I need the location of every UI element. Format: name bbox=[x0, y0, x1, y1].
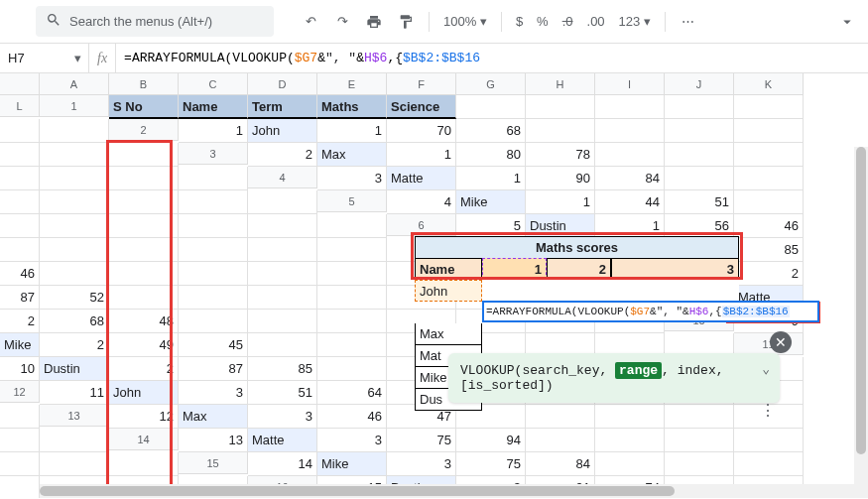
empty-cell[interactable] bbox=[40, 429, 109, 452]
empty-cell[interactable] bbox=[40, 143, 109, 167]
empty-cell[interactable] bbox=[0, 143, 40, 167]
cell-sno[interactable]: 11 bbox=[40, 381, 109, 405]
empty-cell[interactable] bbox=[734, 95, 804, 119]
cell-name[interactable]: Mike bbox=[317, 452, 387, 476]
empty-cell[interactable] bbox=[734, 119, 804, 143]
paint-format-button[interactable] bbox=[393, 9, 419, 35]
cell-maths[interactable]: 80 bbox=[456, 143, 526, 167]
empty-cell[interactable] bbox=[665, 167, 734, 190]
row-header-1[interactable]: 1 bbox=[40, 95, 109, 117]
empty-cell[interactable] bbox=[0, 476, 40, 498]
empty-cell[interactable] bbox=[248, 310, 317, 333]
column-header-K[interactable]: K bbox=[734, 73, 804, 95]
cell-maths[interactable]: 87 bbox=[0, 286, 40, 310]
column-header-J[interactable]: J bbox=[665, 73, 734, 95]
row-header-6[interactable]: 6 bbox=[387, 214, 456, 236]
empty-cell[interactable] bbox=[456, 95, 526, 119]
empty-cell[interactable] bbox=[526, 95, 595, 119]
cell-term[interactable]: 1 bbox=[317, 119, 387, 143]
empty-cell[interactable] bbox=[40, 190, 109, 214]
cell-science[interactable]: 68 bbox=[456, 119, 526, 143]
formula-input[interactable]: =ARRAYFORMULA(VLOOKUP($G7&", "&H$6,{$B$2… bbox=[116, 51, 868, 65]
empty-cell[interactable] bbox=[734, 429, 804, 452]
empty-cell[interactable] bbox=[248, 333, 317, 357]
print-button[interactable] bbox=[361, 9, 387, 35]
collapse-toolbar-button[interactable] bbox=[834, 9, 860, 35]
empty-cell[interactable] bbox=[317, 310, 387, 333]
hint-expand-button[interactable]: ⌄ bbox=[762, 361, 770, 377]
currency-button[interactable]: $ bbox=[512, 12, 527, 31]
percent-button[interactable]: % bbox=[533, 12, 553, 31]
cell-science[interactable]: 78 bbox=[526, 143, 595, 167]
menu-search[interactable]: Search the menus (Alt+/) bbox=[36, 6, 274, 37]
row-header-12[interactable]: 12 bbox=[0, 381, 40, 403]
undo-button[interactable]: ↶ bbox=[298, 9, 323, 35]
empty-cell[interactable] bbox=[248, 262, 317, 286]
empty-cell[interactable] bbox=[665, 452, 734, 476]
row-header-15[interactable]: 15 bbox=[179, 452, 248, 474]
empty-cell[interactable] bbox=[734, 452, 804, 476]
cell-science[interactable]: 48 bbox=[109, 310, 179, 333]
cell-maths[interactable]: 75 bbox=[456, 452, 526, 476]
empty-cell[interactable] bbox=[526, 119, 595, 143]
cell-maths[interactable]: 70 bbox=[387, 119, 456, 143]
empty-cell[interactable] bbox=[317, 357, 387, 381]
column-header-G[interactable]: G bbox=[456, 73, 526, 95]
cell-sno[interactable]: 10 bbox=[0, 357, 40, 381]
cell-name[interactable]: Mike bbox=[456, 190, 526, 214]
cell-sno[interactable]: 2 bbox=[248, 143, 317, 167]
empty-cell[interactable] bbox=[248, 214, 317, 238]
header-maths[interactable]: Maths bbox=[317, 95, 387, 119]
row-header-5[interactable]: 5 bbox=[317, 190, 387, 212]
empty-cell[interactable] bbox=[179, 286, 248, 310]
cell-sno[interactable]: 4 bbox=[387, 190, 456, 214]
cell-science[interactable]: 51 bbox=[665, 190, 734, 214]
cell-maths[interactable]: 46 bbox=[317, 405, 387, 429]
empty-cell[interactable] bbox=[179, 190, 248, 214]
empty-cell[interactable] bbox=[40, 214, 109, 238]
select-all-corner[interactable] bbox=[0, 73, 40, 95]
empty-cell[interactable] bbox=[595, 95, 665, 119]
empty-cell[interactable] bbox=[179, 214, 248, 238]
empty-cell[interactable] bbox=[595, 143, 665, 167]
cell-sno[interactable]: 3 bbox=[317, 167, 387, 190]
empty-cell[interactable] bbox=[0, 214, 40, 238]
row-header-14[interactable]: 14 bbox=[109, 429, 179, 450]
empty-cell[interactable] bbox=[665, 143, 734, 167]
cell-maths[interactable]: 49 bbox=[109, 333, 179, 357]
float-col-3[interactable]: 3 bbox=[611, 258, 739, 280]
empty-cell[interactable] bbox=[0, 405, 40, 429]
cell-term[interactable]: 3 bbox=[248, 405, 317, 429]
cell-science[interactable]: 84 bbox=[595, 167, 665, 190]
empty-cell[interactable] bbox=[317, 214, 387, 238]
cell-term[interactable]: 3 bbox=[317, 429, 387, 452]
cell-name[interactable]: Matte bbox=[248, 429, 317, 452]
hint-more-button[interactable]: ⋮ bbox=[760, 401, 776, 421]
empty-cell[interactable] bbox=[734, 167, 804, 190]
column-header-F[interactable]: F bbox=[387, 73, 456, 95]
empty-cell[interactable] bbox=[0, 429, 40, 452]
cell-term[interactable]: 3 bbox=[387, 452, 456, 476]
empty-cell[interactable] bbox=[0, 167, 40, 190]
empty-cell[interactable] bbox=[595, 405, 665, 429]
cell-term[interactable]: 3 bbox=[179, 381, 248, 405]
row-header-2[interactable]: 2 bbox=[109, 119, 179, 141]
cell-name[interactable]: Mike bbox=[0, 333, 40, 357]
cell-name[interactable]: Dustin bbox=[40, 357, 109, 381]
empty-cell[interactable] bbox=[665, 405, 734, 429]
empty-cell[interactable] bbox=[248, 190, 317, 214]
cell-term[interactable]: 1 bbox=[526, 190, 595, 214]
cell-sno[interactable]: 13 bbox=[179, 429, 248, 452]
cell-maths[interactable]: 68 bbox=[40, 310, 109, 333]
cell-science[interactable]: 52 bbox=[40, 286, 109, 310]
empty-cell[interactable] bbox=[317, 333, 387, 357]
name-box[interactable]: H7 bbox=[0, 51, 74, 65]
empty-cell[interactable] bbox=[40, 119, 109, 143]
empty-cell[interactable] bbox=[526, 429, 595, 452]
cell-term[interactable]: 2 bbox=[109, 357, 179, 381]
vertical-scrollbar[interactable] bbox=[854, 147, 868, 498]
column-header-L[interactable]: L bbox=[0, 95, 40, 117]
row-header-3[interactable]: 3 bbox=[179, 143, 248, 165]
cell-term[interactable]: 2 bbox=[734, 262, 804, 286]
more-toolbar-button[interactable]: ⋯ bbox=[676, 9, 701, 35]
